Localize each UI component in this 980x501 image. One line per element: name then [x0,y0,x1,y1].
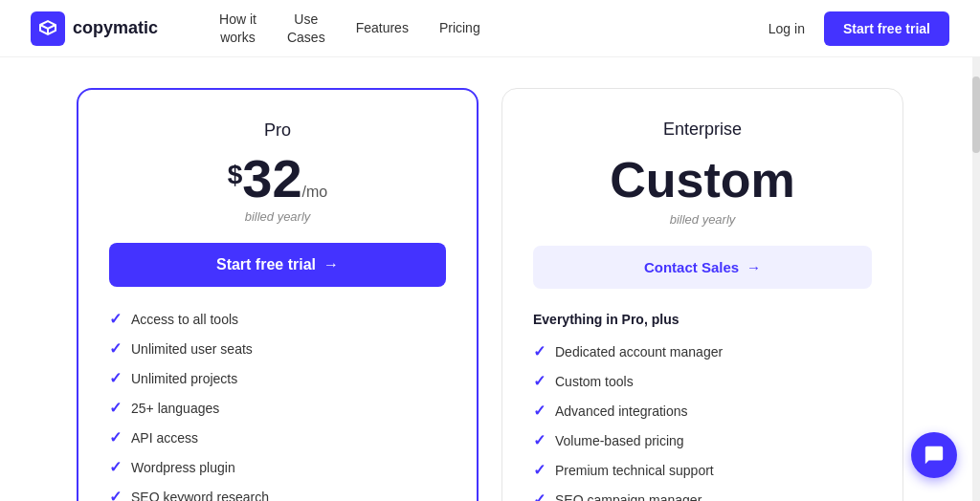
logo[interactable]: copymatic [31,11,158,46]
scrollbar-track[interactable] [972,57,980,501]
feature-label: Premium technical support [555,463,714,478]
check-icon: ✓ [109,488,122,501]
pro-cta-arrow: → [323,256,339,273]
pro-card: Pro $32/mo billed yearly Start free tria… [77,88,479,501]
enterprise-cta-label: Contact Sales [644,259,739,275]
nav-features[interactable]: Features [356,19,409,36]
enterprise-cta-arrow: → [746,259,761,275]
pro-price-row: $32/mo [109,152,446,206]
list-item: ✓25+ languages [109,399,446,417]
feature-label: Access to all tools [131,312,238,327]
pro-features-list: ✓Access to all tools ✓Unlimited user sea… [109,310,446,501]
enterprise-plus-label: Everything in Pro, plus [533,312,872,327]
nav-cta-button[interactable]: Start free trial [824,11,949,46]
list-item: ✓Access to all tools [109,310,446,328]
nav-links: How it works Use Cases Features Pricing [219,11,480,45]
list-item: ✓API access [109,428,446,447]
check-icon: ✓ [109,369,122,387]
nav-use-cases[interactable]: Use Cases [287,11,325,45]
chat-bubble-button[interactable] [911,432,957,478]
enterprise-cta-button[interactable]: Contact Sales → [533,246,872,289]
check-icon: ✓ [533,431,546,449]
feature-label: Volume-based pricing [555,433,684,448]
check-icon: ✓ [109,310,122,328]
check-icon: ✓ [109,458,122,476]
feature-label: Unlimited projects [131,371,237,386]
feature-label: SEO campaign manager [555,492,702,502]
feature-label: Wordpress plugin [131,460,235,475]
pro-cta-label: Start free trial [216,256,316,273]
pro-billed-yearly: billed yearly [109,209,446,224]
enterprise-billed-yearly: billed yearly [533,212,872,227]
pricing-section: Pro $32/mo billed yearly Start free tria… [0,57,980,501]
feature-label: SEO keyword research [131,490,269,502]
check-icon: ✓ [109,339,122,358]
list-item: ✓Custom tools [533,372,872,390]
login-button[interactable]: Log in [768,21,805,36]
feature-label: Dedicated account manager [555,344,723,359]
brand-name: copymatic [73,18,158,38]
list-item: ✓SEO keyword research [109,488,446,501]
list-item: ✓Unlimited user seats [109,339,446,358]
check-icon: ✓ [533,490,546,501]
check-icon: ✓ [533,372,546,390]
check-icon: ✓ [533,461,546,479]
enterprise-price-custom: Custom [533,151,872,208]
feature-label: Advanced integrations [555,403,688,419]
feature-label: Unlimited user seats [131,341,253,357]
check-icon: ✓ [109,399,122,417]
pro-plan-name: Pro [109,120,446,141]
pro-price-dollar: $ [228,160,243,190]
list-item: ✓Volume-based pricing [533,431,872,449]
pro-price-number: 32 [242,148,301,208]
feature-label: Custom tools [555,374,634,389]
list-item: ✓Wordpress plugin [109,458,446,476]
enterprise-plan-name: Enterprise [533,120,872,140]
pro-price-period: /mo [302,184,328,200]
nav-pricing[interactable]: Pricing [439,19,480,36]
check-icon: ✓ [533,342,546,360]
check-icon: ✓ [109,428,122,447]
feature-label: API access [131,430,198,446]
list-item: ✓Advanced integrations [533,402,872,420]
list-item: ✓Unlimited projects [109,369,446,387]
nav-right: Log in Start free trial [768,11,949,46]
nav-how-it-works[interactable]: How it works [219,11,256,45]
enterprise-card: Enterprise Custom billed yearly Contact … [501,88,903,501]
check-icon: ✓ [533,402,546,420]
pro-cta-button[interactable]: Start free trial → [109,243,446,287]
scrollbar-thumb[interactable] [972,76,980,153]
navbar: copymatic How it works Use Cases Feature… [0,0,980,57]
list-item: ✓Premium technical support [533,461,872,479]
list-item: ✓Dedicated account manager [533,342,872,360]
feature-label: 25+ languages [131,401,219,416]
enterprise-features-list: ✓Dedicated account manager ✓Custom tools… [533,342,872,501]
list-item: ✓SEO campaign manager [533,490,872,501]
